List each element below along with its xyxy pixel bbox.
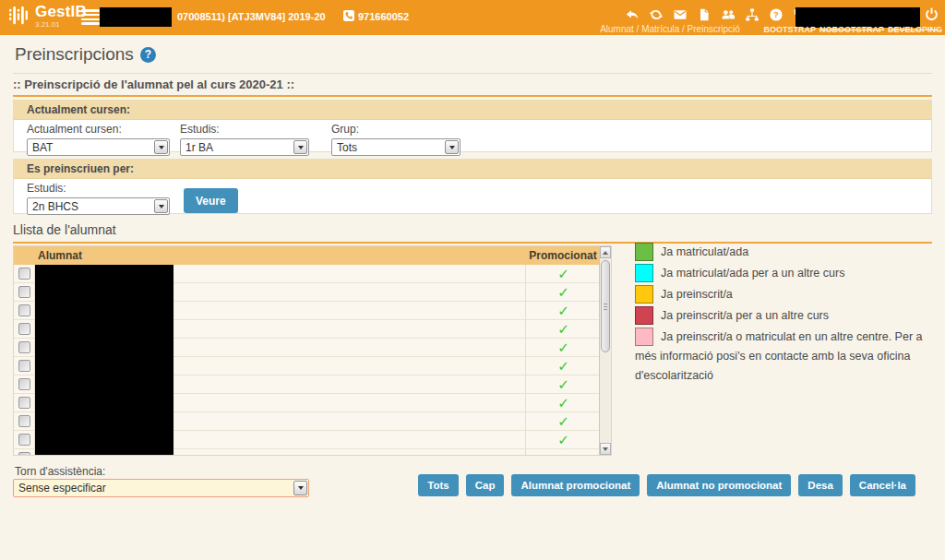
row-checkbox[interactable] bbox=[18, 452, 30, 456]
legend-item: Ja matriculat/ada per a un altre curs bbox=[635, 264, 943, 283]
chevron-down-icon[interactable] bbox=[293, 140, 307, 154]
panel-es-preinscriuen-per: Es preinscriuen per: Estudis: 2n BHCS Ve… bbox=[13, 159, 932, 214]
veure-button[interactable]: Veure bbox=[184, 188, 238, 213]
row-checkbox[interactable] bbox=[18, 397, 30, 409]
env-flag-bootstrap: BOOTSTRAP bbox=[763, 25, 816, 34]
select-estudis-actual[interactable]: 1r BA bbox=[180, 138, 309, 156]
check-icon: ✓ bbox=[557, 284, 569, 301]
page-title-text: Preinscripcions bbox=[15, 44, 134, 65]
help-icon[interactable]: ? bbox=[768, 6, 784, 22]
check-icon: ✓ bbox=[557, 376, 569, 393]
alumnat-no-promocionat-button[interactable]: Alumnat no promocionat bbox=[647, 474, 791, 496]
legend-color-swatch bbox=[635, 243, 653, 261]
check-icon: ✓ bbox=[557, 358, 569, 375]
chevron-down-icon[interactable] bbox=[154, 140, 168, 154]
attendance-label: Torn d'assistència: bbox=[15, 465, 105, 478]
file-icon[interactable] bbox=[696, 6, 712, 22]
row-checkbox[interactable] bbox=[18, 415, 30, 427]
promoted-cell: ✓ bbox=[525, 320, 601, 338]
row-checkbox[interactable] bbox=[18, 378, 30, 390]
cancella-button[interactable]: Cancel·la bbox=[850, 474, 915, 496]
reply-icon[interactable] bbox=[624, 6, 640, 22]
action-buttons: TotsCapAlumnat promocionatAlumnat no pro… bbox=[418, 474, 915, 496]
promoted-cell: ✓ bbox=[525, 412, 601, 430]
env-flags: BOOTSTRAPNOBOOTSTRAPDEVELOPING bbox=[763, 25, 942, 34]
power-icon[interactable] bbox=[924, 6, 939, 22]
student-table: Alumnat Promocionat ✓ ✓ ✓ ✓ ✓ ✓ ✓ bbox=[13, 245, 612, 456]
svg-text:?: ? bbox=[773, 9, 779, 19]
select-value: Tots bbox=[337, 141, 357, 154]
check-icon: ✓ bbox=[557, 321, 569, 338]
select-value: 2n BHCS bbox=[32, 200, 78, 213]
column-header-promocionat: Promocionat bbox=[525, 246, 601, 265]
promoted-cell: ✓ bbox=[525, 375, 601, 393]
users-icon[interactable] bbox=[720, 6, 736, 22]
list-heading: Llista de l'alumnat bbox=[13, 222, 932, 244]
legend-item: Ja matriculat/ada bbox=[635, 243, 943, 262]
select-actualment-cursen[interactable]: BAT bbox=[27, 138, 170, 156]
legend-label: Ja matriculat/ada bbox=[661, 245, 748, 258]
row-checkbox[interactable] bbox=[18, 304, 30, 316]
redacted-student-names bbox=[35, 265, 173, 456]
scrollbar-down-arrow[interactable] bbox=[600, 443, 611, 455]
promoted-cell: ✓ bbox=[525, 394, 601, 411]
gestib-logo-icon bbox=[9, 4, 30, 31]
select-value: Sense especificar bbox=[18, 482, 106, 494]
legend-color-swatch bbox=[635, 285, 653, 304]
brand[interactable]: GestIB 3.21.01 bbox=[9, 4, 87, 31]
chevron-down-icon[interactable] bbox=[445, 140, 459, 154]
panel-header: Es preinscriuen per: bbox=[14, 160, 931, 179]
row-checkbox[interactable] bbox=[18, 360, 30, 372]
chevron-down-icon[interactable] bbox=[154, 199, 168, 213]
alumnat-promocionat-button[interactable]: Alumnat promocionat bbox=[511, 474, 640, 496]
check-icon: ✓ bbox=[557, 266, 569, 282]
panel-actualment-cursen: Actualment cursen: Actualment cursen: BA… bbox=[13, 100, 932, 152]
legend-item: Ja preinscrit/a bbox=[635, 285, 943, 304]
row-checkbox[interactable] bbox=[18, 434, 30, 446]
legend-color-swatch bbox=[635, 328, 653, 346]
legend-label: Ja preinscrit/a bbox=[661, 288, 733, 301]
refresh-icon[interactable] bbox=[648, 6, 664, 22]
check-icon: ✓ bbox=[557, 432, 569, 448]
legend-item: Ja preinscrit/a per a un altre curs bbox=[635, 306, 943, 326]
table-header: Alumnat Promocionat bbox=[14, 246, 601, 265]
select-estudis-desti[interactable]: 2n BHCS bbox=[27, 197, 170, 215]
check-icon: ✓ bbox=[557, 303, 569, 319]
row-checkbox[interactable] bbox=[18, 286, 30, 298]
menu-icon[interactable] bbox=[81, 9, 100, 27]
header-checkbox-column bbox=[14, 246, 34, 265]
legend-label: Ja preinscrit/a o matriculat en un altre… bbox=[635, 330, 922, 382]
legend: Ja matriculat/adaJa matriculat/ada per a… bbox=[635, 243, 943, 387]
promoted-cell: ✓ bbox=[525, 302, 601, 319]
scrollbar-thumb[interactable] bbox=[601, 260, 610, 352]
row-checkbox[interactable] bbox=[18, 341, 30, 353]
row-checkbox[interactable] bbox=[18, 323, 30, 335]
select-torn-assistencia[interactable]: Sense especificar bbox=[13, 479, 309, 497]
field-label: Grup: bbox=[331, 123, 461, 137]
check-icon: ✓ bbox=[557, 395, 569, 411]
legend-label: Ja preinscrit/a per a un altre curs bbox=[661, 309, 829, 322]
mail-icon[interactable] bbox=[672, 6, 688, 22]
tots-button[interactable]: Tots bbox=[418, 474, 458, 496]
scrollbar-up-arrow[interactable] bbox=[600, 246, 611, 258]
legend-color-swatch bbox=[635, 306, 653, 325]
redacted-school-name bbox=[100, 7, 172, 27]
row-checkbox[interactable] bbox=[18, 268, 30, 280]
sitemap-icon[interactable] bbox=[744, 6, 760, 22]
legend-color-swatch bbox=[635, 264, 653, 282]
select-grup[interactable]: Tots bbox=[331, 138, 461, 156]
env-flag-developing: DEVELOPING bbox=[888, 25, 942, 34]
table-scrollbar[interactable] bbox=[599, 246, 611, 455]
legend-item: Ja preinscrit/a o matriculat en un altre… bbox=[635, 328, 943, 386]
brand-name: GestIB bbox=[35, 4, 87, 20]
promoted-cell: ✓ bbox=[525, 431, 601, 448]
cap-button[interactable]: Cap bbox=[466, 474, 505, 496]
page-help-icon[interactable]: ? bbox=[140, 47, 156, 63]
top-header: GestIB 3.21.01 07008511) [ATJ3MV84] 2019… bbox=[0, 0, 945, 35]
check-icon: ✓ bbox=[557, 450, 569, 456]
phone-icon bbox=[343, 10, 354, 23]
column-header-alumnat: Alumnat bbox=[34, 246, 525, 265]
promoted-cell: ✓ bbox=[525, 283, 601, 301]
desa-button[interactable]: Desa bbox=[798, 474, 843, 496]
chevron-down-icon[interactable] bbox=[293, 481, 307, 495]
